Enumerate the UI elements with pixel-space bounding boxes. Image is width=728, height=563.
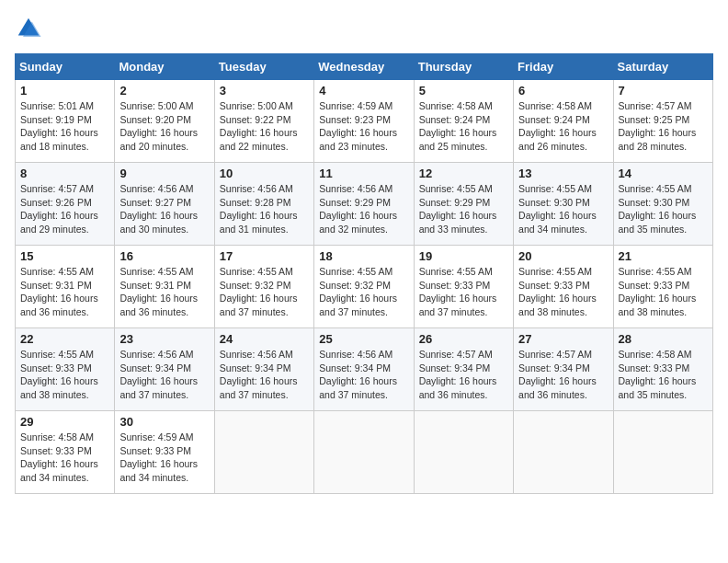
- daylight-label: Daylight: 16 hours and 37 minutes.: [319, 293, 397, 317]
- sunset-label: Sunset: 9:29 PM: [319, 197, 391, 208]
- calendar-cell: 21Sunrise: 4:55 AMSunset: 9:33 PMDayligh…: [613, 246, 712, 328]
- sunrise-label: Sunrise: 4:55 AM: [518, 183, 592, 194]
- sunrise-label: Sunrise: 4:59 AM: [319, 100, 392, 111]
- daylight-label: Daylight: 16 hours and 25 minutes.: [419, 127, 497, 152]
- sunset-label: Sunset: 9:34 PM: [518, 362, 590, 373]
- sunset-label: Sunset: 9:26 PM: [20, 197, 92, 208]
- day-number: 10: [220, 167, 309, 180]
- daylight-label: Daylight: 16 hours and 38 minutes.: [619, 293, 697, 317]
- sunset-label: Sunset: 9:33 PM: [20, 445, 92, 456]
- sunset-label: Sunset: 9:33 PM: [619, 280, 690, 291]
- day-info: Sunrise: 4:58 AMSunset: 9:24 PMDaylight:…: [518, 99, 608, 154]
- sunset-label: Sunset: 9:34 PM: [119, 362, 191, 373]
- day-number: 18: [319, 249, 408, 263]
- sunset-label: Sunset: 9:34 PM: [319, 362, 391, 373]
- daylight-label: Daylight: 16 hours and 32 minutes.: [319, 210, 397, 235]
- day-number: 14: [619, 167, 708, 180]
- day-info: Sunrise: 4:58 AMSunset: 9:33 PMDaylight:…: [20, 431, 109, 485]
- day-number: 22: [20, 332, 109, 346]
- sunset-label: Sunset: 9:24 PM: [419, 114, 491, 125]
- calendar-cell: 4Sunrise: 4:59 AMSunset: 9:23 PMDaylight…: [314, 80, 414, 163]
- day-number: 28: [619, 332, 708, 346]
- day-number: 19: [419, 249, 508, 263]
- calendar-cell: 3Sunrise: 5:00 AMSunset: 9:22 PMDaylight…: [214, 80, 313, 163]
- day-info: Sunrise: 5:00 AMSunset: 9:20 PMDaylight:…: [119, 99, 209, 154]
- sunset-label: Sunset: 9:24 PM: [518, 114, 590, 125]
- day-info: Sunrise: 4:55 AMSunset: 9:30 PMDaylight:…: [518, 182, 608, 236]
- calendar-cell: 23Sunrise: 4:56 AMSunset: 9:34 PMDayligh…: [115, 328, 214, 411]
- day-info: Sunrise: 4:56 AMSunset: 9:29 PMDaylight:…: [319, 182, 408, 236]
- day-number: 21: [619, 249, 708, 263]
- sunset-label: Sunset: 9:28 PM: [220, 197, 291, 208]
- calendar-cell: 19Sunrise: 4:55 AMSunset: 9:33 PMDayligh…: [414, 246, 513, 328]
- day-number: 9: [119, 167, 209, 180]
- calendar-cell: 15Sunrise: 4:55 AMSunset: 9:31 PMDayligh…: [16, 246, 115, 328]
- logo-icon: [15, 15, 42, 42]
- day-info: Sunrise: 4:57 AMSunset: 9:26 PMDaylight:…: [20, 182, 109, 236]
- day-number: 24: [220, 332, 309, 346]
- day-number: 11: [319, 167, 408, 180]
- sunset-label: Sunset: 9:33 PM: [518, 280, 590, 291]
- calendar-cell: 28Sunrise: 4:58 AMSunset: 9:33 PMDayligh…: [613, 328, 712, 411]
- day-info: Sunrise: 4:55 AMSunset: 9:30 PMDaylight:…: [619, 182, 708, 236]
- column-header-tuesday: Tuesday: [214, 54, 313, 80]
- sunrise-label: Sunrise: 4:55 AM: [619, 183, 692, 194]
- daylight-label: Daylight: 16 hours and 23 minutes.: [319, 127, 397, 152]
- day-info: Sunrise: 4:56 AMSunset: 9:27 PMDaylight:…: [119, 182, 209, 236]
- calendar-cell: 22Sunrise: 4:55 AMSunset: 9:33 PMDayligh…: [16, 328, 115, 411]
- calendar-cell: 12Sunrise: 4:55 AMSunset: 9:29 PMDayligh…: [414, 163, 513, 246]
- sunset-label: Sunset: 9:33 PM: [419, 280, 491, 291]
- sunrise-label: Sunrise: 4:55 AM: [20, 349, 94, 360]
- day-number: 15: [20, 249, 109, 263]
- day-info: Sunrise: 4:58 AMSunset: 9:24 PMDaylight:…: [419, 99, 508, 154]
- sunset-label: Sunset: 9:32 PM: [319, 280, 391, 291]
- daylight-label: Daylight: 16 hours and 37 minutes.: [319, 375, 397, 400]
- calendar-cell: 20Sunrise: 4:55 AMSunset: 9:33 PMDayligh…: [514, 246, 613, 328]
- sunrise-label: Sunrise: 4:55 AM: [419, 266, 493, 277]
- sunrise-label: Sunrise: 4:56 AM: [220, 183, 293, 194]
- calendar-cell: 2Sunrise: 5:00 AMSunset: 9:20 PMDaylight…: [115, 80, 214, 163]
- day-number: 20: [518, 249, 608, 263]
- calendar-cell: 13Sunrise: 4:55 AMSunset: 9:30 PMDayligh…: [514, 163, 613, 246]
- calendar-cell: 27Sunrise: 4:57 AMSunset: 9:34 PMDayligh…: [514, 328, 613, 411]
- column-header-friday: Friday: [514, 54, 613, 80]
- sunset-label: Sunset: 9:23 PM: [319, 114, 391, 125]
- daylight-label: Daylight: 16 hours and 36 minutes.: [518, 375, 597, 400]
- calendar-header-row: SundayMondayTuesdayWednesdayThursdayFrid…: [16, 54, 713, 80]
- calendar-week-row: 29Sunrise: 4:58 AMSunset: 9:33 PMDayligh…: [16, 411, 713, 494]
- sunrise-label: Sunrise: 5:00 AM: [119, 100, 193, 111]
- sunrise-label: Sunrise: 4:56 AM: [119, 183, 193, 194]
- daylight-label: Daylight: 16 hours and 18 minutes.: [20, 127, 98, 152]
- daylight-label: Daylight: 16 hours and 33 minutes.: [419, 210, 497, 235]
- column-header-thursday: Thursday: [414, 54, 513, 80]
- calendar-cell: [214, 411, 313, 494]
- daylight-label: Daylight: 16 hours and 22 minutes.: [220, 127, 298, 152]
- calendar-table: SundayMondayTuesdayWednesdayThursdayFrid…: [15, 53, 713, 494]
- calendar-cell: [314, 411, 414, 494]
- day-info: Sunrise: 4:57 AMSunset: 9:25 PMDaylight:…: [619, 99, 708, 154]
- day-number: 30: [119, 415, 209, 429]
- sunset-label: Sunset: 9:33 PM: [619, 362, 690, 373]
- day-info: Sunrise: 4:59 AMSunset: 9:23 PMDaylight:…: [319, 99, 408, 154]
- day-number: 27: [518, 332, 608, 346]
- sunrise-label: Sunrise: 4:58 AM: [20, 431, 94, 442]
- sunset-label: Sunset: 9:30 PM: [619, 197, 690, 208]
- day-info: Sunrise: 4:57 AMSunset: 9:34 PMDaylight:…: [419, 348, 508, 402]
- calendar-cell: 26Sunrise: 4:57 AMSunset: 9:34 PMDayligh…: [414, 328, 513, 411]
- daylight-label: Daylight: 16 hours and 20 minutes.: [119, 127, 198, 152]
- sunset-label: Sunset: 9:33 PM: [20, 362, 92, 373]
- day-info: Sunrise: 4:56 AMSunset: 9:28 PMDaylight:…: [220, 182, 309, 236]
- daylight-label: Daylight: 16 hours and 34 minutes.: [518, 210, 597, 235]
- day-info: Sunrise: 4:55 AMSunset: 9:32 PMDaylight:…: [319, 265, 408, 319]
- calendar-cell: 14Sunrise: 4:55 AMSunset: 9:30 PMDayligh…: [613, 163, 712, 246]
- calendar-cell: 24Sunrise: 4:56 AMSunset: 9:34 PMDayligh…: [214, 328, 313, 411]
- column-header-saturday: Saturday: [613, 54, 712, 80]
- calendar-cell: 25Sunrise: 4:56 AMSunset: 9:34 PMDayligh…: [314, 328, 414, 411]
- day-number: 7: [619, 84, 708, 98]
- day-number: 5: [419, 84, 508, 98]
- calendar-week-row: 8Sunrise: 4:57 AMSunset: 9:26 PMDaylight…: [16, 163, 713, 246]
- calendar-cell: 6Sunrise: 4:58 AMSunset: 9:24 PMDaylight…: [514, 80, 613, 163]
- sunrise-label: Sunrise: 5:01 AM: [20, 100, 94, 111]
- day-info: Sunrise: 5:00 AMSunset: 9:22 PMDaylight:…: [220, 99, 309, 154]
- column-header-sunday: Sunday: [16, 54, 115, 80]
